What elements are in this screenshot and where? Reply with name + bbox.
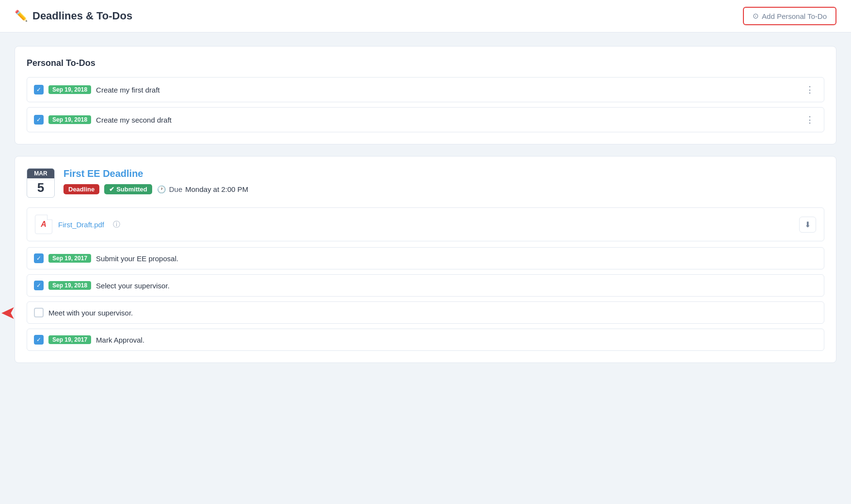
todo-item: ✓ Sep 19, 2017 Submit your EE proposal. — [27, 247, 824, 269]
calendar-day: 5 — [27, 178, 54, 197]
deadline-todo-list: ✓ Sep 19, 2017 Submit your EE proposal. … — [27, 247, 824, 351]
todo-text: Select your supervisor. — [96, 282, 170, 290]
deadline-badge: Deadline — [63, 184, 99, 194]
checkbox-unchecked[interactable] — [34, 308, 44, 317]
settings-icon: ⊙ — [753, 12, 759, 20]
checkbox-checked[interactable]: ✓ — [34, 253, 44, 263]
todo-item: ✓ Sep 19, 2018 Create my first draft ⋮ — [27, 77, 824, 102]
clock-icon: 🕐 — [157, 185, 166, 194]
deadline-header: MAR 5 First EE Deadline Deadline ✔ Submi… — [27, 168, 824, 198]
calendar-month: MAR — [27, 169, 54, 178]
date-badge: Sep 19, 2018 — [48, 115, 91, 124]
header-left: ✏️ Deadlines & To-Dos — [15, 10, 132, 22]
main-content: Personal To-Dos ✓ Sep 19, 2018 Create my… — [0, 32, 851, 377]
submitted-badge: ✔ Submitted — [104, 184, 152, 194]
download-icon: ⬇ — [804, 220, 811, 229]
todo-item: ✓ Sep 19, 2018 Create my second draft ⋮ — [27, 107, 824, 132]
todo-text: Meet with your supervisor. — [48, 309, 133, 317]
checkbox-checked[interactable]: ✓ — [34, 335, 44, 345]
pdf-acrobat-icon: A — [41, 220, 47, 229]
due-value: Monday at 2:00 PM — [185, 185, 248, 193]
todo-item: Meet with your supervisor. ➤ — [27, 301, 824, 324]
todo-item: ✓ Sep 19, 2017 Mark Approval. — [27, 329, 824, 351]
date-badge: Sep 19, 2017 — [48, 335, 91, 344]
todo-item: ✓ Sep 19, 2018 Select your supervisor. — [27, 274, 824, 297]
date-badge: Sep 19, 2018 — [48, 85, 91, 94]
personal-todo-list: ✓ Sep 19, 2018 Create my first draft ⋮ ✓… — [27, 77, 824, 132]
deadline-title: First EE Deadline — [63, 168, 824, 179]
submitted-checkmark: ✔ — [109, 186, 114, 193]
file-item: A First_Draft.pdf ⓘ ⬇ — [27, 207, 824, 241]
top-header: ✏️ Deadlines & To-Dos ⊙ Add Personal To-… — [0, 0, 851, 32]
checkbox-checked[interactable]: ✓ — [34, 281, 44, 290]
submitted-label: Submitted — [116, 186, 147, 193]
personal-todos-card: Personal To-Dos ✓ Sep 19, 2018 Create my… — [15, 46, 836, 144]
red-arrow-indicator: ➤ — [0, 302, 16, 323]
checkbox-checked[interactable]: ✓ — [34, 115, 44, 125]
three-dots-button[interactable]: ⋮ — [803, 83, 817, 96]
info-icon: ⓘ — [113, 220, 120, 229]
pdf-icon: A — [35, 215, 52, 234]
pencil-icon: ✏️ — [15, 10, 28, 22]
due-label: Due — [169, 185, 183, 193]
date-badge: Sep 19, 2017 — [48, 254, 91, 263]
calendar-badge: MAR 5 — [27, 168, 55, 198]
todo-text: Create my second draft — [96, 116, 172, 124]
date-badge: Sep 19, 2018 — [48, 281, 91, 290]
three-dots-button[interactable]: ⋮ — [803, 113, 817, 126]
personal-todos-title: Personal To-Dos — [27, 58, 824, 68]
deadline-info: First EE Deadline Deadline ✔ Submitted 🕐… — [63, 168, 824, 194]
todo-text: Mark Approval. — [96, 336, 144, 344]
deadline-card: MAR 5 First EE Deadline Deadline ✔ Submi… — [15, 156, 836, 363]
due-info: 🕐 Due Monday at 2:00 PM — [157, 185, 249, 194]
download-button[interactable]: ⬇ — [799, 217, 816, 233]
file-name[interactable]: First_Draft.pdf — [58, 220, 104, 229]
page-title: Deadlines & To-Dos — [32, 10, 132, 22]
checkbox-checked[interactable]: ✓ — [34, 85, 44, 94]
deadline-meta: Deadline ✔ Submitted 🕐 Due Monday at 2:0… — [63, 184, 824, 194]
todo-text: Submit your EE proposal. — [96, 254, 178, 263]
add-todo-label: Add Personal To-Do — [762, 12, 827, 20]
todo-text: Create my first draft — [96, 86, 160, 94]
add-personal-todo-button[interactable]: ⊙ Add Personal To-Do — [743, 7, 836, 25]
